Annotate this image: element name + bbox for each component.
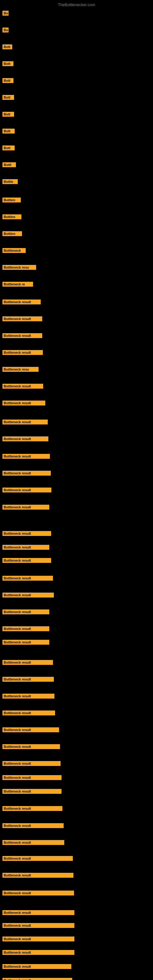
bar-item: Bottleneck result — [2, 823, 64, 828]
bar-label: Bottleneck result — [2, 401, 45, 406]
bar-label: Bottlen — [2, 231, 22, 236]
bar-label: Bottleneck result — [2, 873, 73, 878]
bar-item: Bott — [2, 145, 15, 150]
bar-item: Bottleneck resu — [2, 265, 36, 270]
bar-label: Bottleneck result — [2, 789, 62, 794]
bar-label: Bottleneck re — [2, 282, 33, 286]
bar-item: Bo — [2, 27, 9, 32]
bar-item: Bo — [2, 11, 9, 16]
bar-item: Bottleneck result — [2, 761, 61, 766]
bar-label: Bottleneck result — [2, 558, 51, 563]
bar-item: Bottleneck result — [2, 609, 49, 614]
bar-label: Bott — [2, 61, 13, 66]
bar-item: Bottleneck result — [2, 350, 43, 355]
bar-label: Bo — [2, 27, 9, 32]
bar-item: Bottleneck result — [2, 454, 50, 459]
bar-label: Bottlen — [2, 215, 21, 219]
bar-item: Bottleneck result — [2, 775, 62, 780]
site-title: TheBottlenecker.com — [0, 0, 153, 8]
bar-label: Bottleneck result — [2, 436, 48, 441]
bar-label: Bottleneck result — [2, 978, 72, 980]
bar-item: Bottleneck result — [2, 840, 64, 845]
bar-label: Bottle — [2, 179, 18, 184]
bar-label: Bottleneck result — [2, 471, 51, 476]
bar-label: Bottleneck result — [2, 856, 73, 861]
bar-item: Bottleneck result — [2, 727, 59, 732]
bar-label: Bottleneck result — [2, 488, 51, 492]
bar-item: Bottleneck result — [2, 789, 62, 794]
bar-label: Bottleneck result — [2, 545, 49, 550]
bar-label: Bottleneck result — [2, 744, 60, 749]
bar-label: Bottleneck result — [2, 505, 49, 510]
bar-item: Bottleneck result — [2, 677, 54, 682]
bar-label: Bottleneck result — [2, 420, 48, 425]
bar-item: Bott — [2, 95, 14, 100]
bar-label: Bo — [2, 11, 9, 16]
bar-label: Bottleneck result — [2, 711, 55, 715]
bar-item: Bottleneck result — [2, 488, 51, 492]
bar-item: Bottleneck — [2, 248, 26, 253]
bar-label: Bottleneck result — [2, 964, 71, 969]
bar-item: Bottleneck result — [2, 471, 51, 476]
bar-label: Bott — [2, 78, 13, 83]
bar-item: Bottleneck result — [2, 950, 74, 955]
bar-item: Bottlen — [2, 197, 21, 202]
bar-item: Bottleneck resu — [2, 367, 38, 372]
bar-item: Bottleneck result — [2, 436, 48, 441]
bar-item: Bottleneck result — [2, 923, 74, 928]
bar-label: Bottleneck result — [2, 761, 61, 766]
bar-item: Bottleneck result — [2, 558, 51, 563]
bar-label: Bottleneck result — [2, 950, 74, 955]
bar-label: Bottleneck resu — [2, 265, 36, 270]
bar-item: Bott — [2, 112, 14, 117]
bar-label: Bottleneck — [2, 248, 26, 253]
bar-item: Bottleneck result — [2, 401, 45, 406]
bar-label: Bottleneck result — [2, 531, 51, 536]
bar-label: Bottleneck result — [2, 350, 43, 355]
bar-label: Bottleneck result — [2, 384, 43, 389]
bar-item: Bottleneck result — [2, 593, 54, 598]
bar-label: Bottleneck result — [2, 727, 59, 732]
bar-label: Bottleneck result — [2, 806, 62, 811]
bar-item: Bottleneck result — [2, 576, 53, 581]
bar-label: Bottleneck result — [2, 576, 53, 581]
bar-item: Bottleneck result — [2, 873, 73, 878]
bar-item: Bottleneck result — [2, 384, 43, 389]
bar-label: Bottleneck result — [2, 333, 42, 338]
bar-label: Bottleneck result — [2, 840, 64, 845]
bar-label: Bottlen — [2, 197, 21, 202]
bar-label: Bottleneck result — [2, 823, 64, 828]
bar-item: Bott — [2, 61, 13, 66]
bar-label: Bottleneck result — [2, 593, 54, 598]
bar-label: Bottleneck result — [2, 677, 54, 682]
bar-item: Bottleneck result — [2, 545, 49, 550]
bar-item: Bottle — [2, 179, 18, 184]
bar-item: Bottleneck re — [2, 282, 33, 286]
bar-label: Bott — [2, 129, 15, 134]
bar-item: Bottleneck result — [2, 711, 55, 715]
bar-item: Bott — [2, 129, 15, 134]
bar-item: Bottl — [2, 162, 16, 167]
bar-label: Bottleneck result — [2, 640, 49, 645]
bar-label: Bottleneck result — [2, 891, 74, 896]
bar-item: Bottleneck result — [2, 299, 41, 304]
bar-item: Bottleneck result — [2, 531, 51, 536]
bar-label: Bottleneck result — [2, 923, 74, 928]
bar-item: Bott — [2, 45, 12, 49]
bar-item: Bottleneck result — [2, 694, 54, 698]
bar-label: Bottleneck result — [2, 609, 49, 614]
bar-item: Bottleneck result — [2, 626, 49, 631]
bar-label: Bott — [2, 45, 12, 49]
bar-item: Bottleneck result — [2, 640, 49, 645]
bar-item: Bott — [2, 78, 13, 83]
bar-label: Bottleneck result — [2, 454, 50, 459]
bar-item: Bottleneck result — [2, 978, 72, 980]
bar-label: Bottleneck result — [2, 317, 42, 321]
bar-label: Bottleneck result — [2, 694, 54, 698]
bar-item: Bottleneck result — [2, 891, 74, 896]
bar-label: Bottleneck result — [2, 775, 62, 780]
bar-item: Bottleneck result — [2, 420, 48, 425]
bar-label: Bottleneck result — [2, 299, 41, 304]
bar-item: Bottlen — [2, 215, 21, 219]
bar-item: Bottleneck result — [2, 333, 42, 338]
